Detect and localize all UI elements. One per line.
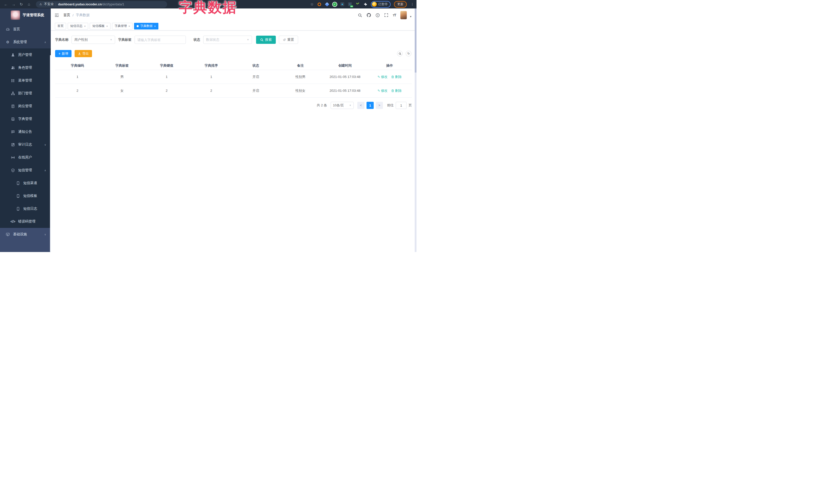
sidebar-item-sms-template[interactable]: 短信模板 (0, 189, 51, 202)
browser-profile-chip[interactable]: 已暂停 (371, 1, 390, 8)
extension-icon-check[interactable]: ✓ (332, 2, 337, 6)
sidebar-item-label: 菜单管理 (18, 78, 32, 83)
goto-page-input[interactable] (396, 102, 406, 109)
font-size-icon[interactable]: TT (392, 13, 396, 17)
extension-icon-orange[interactable] (317, 2, 322, 6)
sidebar-item-roles[interactable]: 角色管理 (0, 61, 51, 74)
avatar-caret-icon[interactable]: ▼ (410, 16, 412, 18)
select-caret-icon: ▼ (349, 104, 351, 106)
page-number-active[interactable]: 1 (366, 102, 374, 109)
pagination: 共 2 条 10条/页 ▼ < 1 > 前往 页 (55, 102, 412, 109)
col-header-value: 字典键值 (144, 63, 189, 68)
toggle-search-button[interactable] (397, 51, 403, 56)
dict-tag-input[interactable] (137, 38, 183, 42)
sidebar-item-label: 系统管理 (13, 40, 27, 44)
delete-link[interactable]: 删除 (391, 89, 402, 93)
sidebar-item-notice[interactable]: 通知公告 (0, 125, 51, 138)
sidebar-item-online-users[interactable]: 在线用户 (0, 151, 51, 164)
home-icon[interactable]: ⌂ (26, 1, 32, 8)
tab-dict-data[interactable]: 字典数据 × (134, 23, 158, 29)
sidebar-item-home[interactable]: 首页 (0, 23, 51, 35)
extension-icon-gem[interactable] (325, 2, 329, 6)
sidebar-item-label: 短信日志 (23, 207, 37, 211)
announcement-icon (11, 130, 15, 134)
help-icon[interactable]: ? (376, 13, 380, 18)
browser-menu-icon[interactable]: ⋮ (411, 2, 414, 6)
extension-icon-diamond[interactable]: ◆ (340, 2, 344, 6)
sidebar-item-label: 短信模板 (23, 194, 37, 198)
tab-home[interactable]: 首页 (55, 23, 66, 29)
page-size-select[interactable]: 10条/页 ▼ (331, 102, 354, 109)
sidebar-item-users[interactable]: 用户管理 (0, 48, 51, 61)
users-icon (11, 66, 15, 70)
cell-remark: 性别男 (278, 75, 323, 79)
table-toolbar: + 新增 导出 ↻ (55, 50, 412, 57)
sidebar-item-label: 审计日志 (18, 142, 32, 147)
cell-value: 2 (144, 89, 189, 93)
cell-code: 1 (55, 75, 100, 79)
plus-icon: + (58, 52, 61, 55)
sidebar-item-depts[interactable]: 部门管理 (0, 87, 51, 100)
bookmark-star-icon[interactable]: ☆ (310, 2, 314, 7)
edit-link[interactable]: ✎修改 (378, 75, 387, 79)
reset-button[interactable]: ↺ 重置 (279, 35, 298, 44)
close-icon[interactable]: × (128, 25, 130, 28)
prev-page-button[interactable]: < (357, 102, 364, 109)
sidebar-item-dict[interactable]: 字典管理 (0, 113, 51, 125)
back-icon[interactable]: ← (3, 1, 9, 8)
search-button[interactable]: 搜索 (256, 35, 276, 44)
edit-link[interactable]: ✎修改 (378, 89, 387, 93)
system-submenu: 用户管理 角色管理 菜单管理 (0, 48, 51, 228)
sidebar-item-sms-log[interactable]: 短信日志 (0, 202, 51, 215)
refresh-table-button[interactable]: ↻ (406, 51, 411, 56)
sidebar-bottom-section: 基础设施 ∨ (0, 228, 51, 252)
extension-icon-on[interactable]: ≡on (348, 2, 352, 6)
sidebar-item-menus[interactable]: 菜单管理 (0, 74, 51, 87)
search-icon[interactable] (358, 13, 362, 18)
logo-image (11, 10, 20, 20)
total-count: 共 2 条 (317, 103, 327, 108)
close-icon[interactable]: × (106, 25, 108, 28)
breadcrumb-home[interactable]: 首页 (63, 13, 70, 18)
sidebar-item-infra[interactable]: 基础设施 ∨ (0, 228, 51, 241)
delete-link[interactable]: 删除 (391, 75, 402, 79)
sidebar-item-label: 角色管理 (18, 65, 32, 70)
export-button[interactable]: 导出 (75, 50, 92, 57)
tab-sms-log[interactable]: 短信日志 × (68, 23, 88, 29)
tab-sms-template[interactable]: 短信模板 × (90, 23, 110, 29)
cell-actions: ✎修改 删除 (367, 75, 412, 79)
extensions-puzzle-icon[interactable] (363, 2, 367, 6)
refresh-icon: ↻ (407, 52, 410, 55)
sidebar-item-sms[interactable]: 短信管理 ∧ (0, 164, 51, 177)
sidebar-item-posts[interactable]: 岗位管理 (0, 100, 51, 113)
page-scrollbar[interactable] (415, 8, 416, 252)
address-bar[interactable]: ⚠ 不安全 dashboard.yudao.iocoder.cn/dict/ty… (36, 1, 167, 8)
tab-dict-manage[interactable]: 字典管理 × (112, 23, 133, 29)
add-button[interactable]: + 新增 (55, 50, 72, 57)
orange-ring-icon (317, 3, 321, 6)
status-select[interactable]: 数据状态 ▼ (203, 35, 252, 44)
user-icon (11, 53, 15, 57)
next-page-button[interactable]: > (376, 102, 383, 109)
sidebar-item-system[interactable]: ⚙ 系统管理 ∧ (0, 35, 51, 48)
scrollbar-thumb[interactable] (415, 8, 416, 73)
sidebar-item-sms-channel[interactable]: 短信渠道 (0, 177, 51, 189)
page-unit-label: 页 (408, 103, 412, 108)
reload-icon[interactable]: ↻ (18, 1, 25, 8)
col-header-remark: 备注 (278, 63, 323, 68)
avatar[interactable] (400, 11, 407, 19)
sidebar-item-error-code[interactable]: </> 错误码管理 (0, 215, 51, 228)
tab-label: 字典管理 (115, 24, 127, 28)
close-icon[interactable]: × (84, 25, 86, 28)
search-button-label: 搜索 (265, 38, 272, 42)
github-icon[interactable] (366, 13, 371, 18)
browser-update-button[interactable]: 更新 (394, 1, 407, 8)
sidebar-fold-icon[interactable] (55, 13, 59, 17)
sidebar-item-audit-log[interactable]: 审计日志 ∨ (0, 138, 51, 151)
download-icon (78, 52, 81, 55)
fullscreen-icon[interactable] (384, 13, 388, 17)
forward-icon[interactable]: → (10, 1, 17, 8)
extension-icon-sprout[interactable] (356, 2, 360, 6)
dict-name-select[interactable]: 用户性别 ▼ (72, 35, 115, 44)
close-icon[interactable]: × (154, 25, 156, 28)
